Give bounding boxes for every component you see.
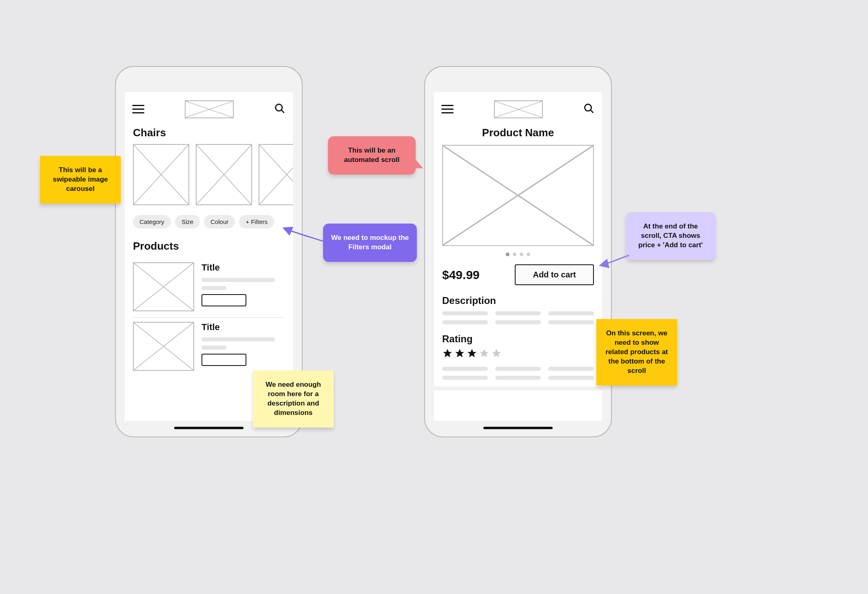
annotation-description-room[interactable]: We need enough room here for a descripti… — [253, 370, 334, 428]
skeleton-line — [202, 346, 226, 350]
product-action-button[interactable] — [202, 354, 246, 366]
screen-product-detail: Product Name $49.99 Add to cart Descript… — [434, 92, 602, 421]
home-indicator-icon — [174, 427, 244, 429]
product-list: Title Title — [125, 258, 293, 377]
image-carousel[interactable] — [125, 144, 293, 213]
section-divider — [434, 386, 602, 390]
rating-heading: Rating — [434, 331, 602, 348]
description-heading: Description — [434, 293, 602, 310]
carousel-dot[interactable] — [520, 253, 523, 256]
search-icon[interactable] — [583, 103, 595, 116]
svg-marker-21 — [455, 349, 464, 357]
svg-line-17 — [591, 110, 593, 113]
filter-chip-category[interactable]: Category — [133, 215, 171, 228]
logo-placeholder — [185, 100, 234, 118]
svg-line-3 — [281, 110, 284, 113]
price-row: $49.99 Add to cart — [434, 262, 602, 293]
carousel-image-placeholder[interactable] — [259, 144, 293, 205]
svg-marker-20 — [443, 349, 452, 357]
skeleton-line — [202, 278, 275, 282]
home-indicator-icon — [483, 427, 553, 429]
category-title: Chairs — [125, 122, 293, 144]
svg-marker-22 — [467, 349, 476, 357]
skeleton-line — [202, 337, 275, 341]
star-icon — [467, 348, 477, 360]
rating-details-placeholder — [434, 363, 602, 386]
phone-mockup-product-detail: Product Name $49.99 Add to cart Descript… — [424, 66, 612, 437]
star-icon — [454, 348, 465, 360]
svg-marker-23 — [480, 349, 489, 357]
carousel-image-placeholder[interactable] — [133, 144, 189, 205]
star-icon — [479, 348, 489, 360]
svg-marker-24 — [492, 349, 501, 357]
search-icon[interactable] — [274, 103, 286, 116]
logo-placeholder — [494, 100, 543, 118]
svg-line-9 — [259, 145, 293, 204]
product-thumbnail-placeholder — [133, 262, 194, 311]
svg-line-8 — [259, 145, 293, 204]
menu-icon[interactable] — [132, 105, 144, 114]
carousel-dot[interactable] — [506, 253, 509, 256]
product-price: $49.99 — [442, 268, 480, 282]
filter-chip-row: Category Size Colour + Filters — [125, 213, 293, 234]
annotation-carousel[interactable]: This will be a swipeable image carousel — [40, 156, 121, 204]
carousel-dot[interactable] — [513, 253, 516, 256]
products-title: Products — [125, 234, 293, 258]
product-thumbnail-placeholder — [133, 322, 194, 371]
annotation-cta[interactable]: At the end of the scroll, CTA shows pric… — [626, 212, 715, 260]
star-icon — [442, 348, 453, 360]
menu-icon[interactable] — [441, 105, 454, 114]
filter-chip-colour[interactable]: Colour — [204, 215, 235, 228]
product-name: Product Name — [434, 122, 602, 145]
description-placeholder — [434, 310, 602, 331]
annotation-related-products[interactable]: On this screen, we need to show related … — [596, 319, 677, 386]
product-title: Title — [202, 322, 285, 332]
filter-chip-size[interactable]: Size — [175, 215, 200, 228]
skeleton-line — [202, 286, 226, 290]
carousel-dot[interactable] — [527, 253, 530, 256]
add-to-cart-button[interactable]: Add to cart — [515, 264, 594, 285]
star-icon — [491, 348, 502, 360]
svg-point-2 — [276, 104, 282, 111]
svg-point-16 — [585, 104, 591, 111]
annotation-filters-modal[interactable]: We need to mockup the Filters modal — [323, 224, 417, 262]
product-action-button[interactable] — [202, 294, 246, 306]
topbar — [434, 92, 602, 122]
list-item[interactable]: Title — [133, 318, 285, 377]
list-item[interactable]: Title — [133, 258, 285, 318]
product-title: Title — [202, 262, 285, 273]
annotation-auto-scroll[interactable]: This will be an automated scroll — [328, 136, 416, 175]
filter-chip-more[interactable]: + Filters — [239, 215, 274, 228]
rating-stars — [434, 348, 602, 363]
carousel-pagination — [434, 250, 602, 262]
carousel-image-placeholder[interactable] — [196, 144, 252, 205]
topbar — [125, 92, 293, 122]
product-hero-placeholder[interactable] — [442, 145, 594, 246]
